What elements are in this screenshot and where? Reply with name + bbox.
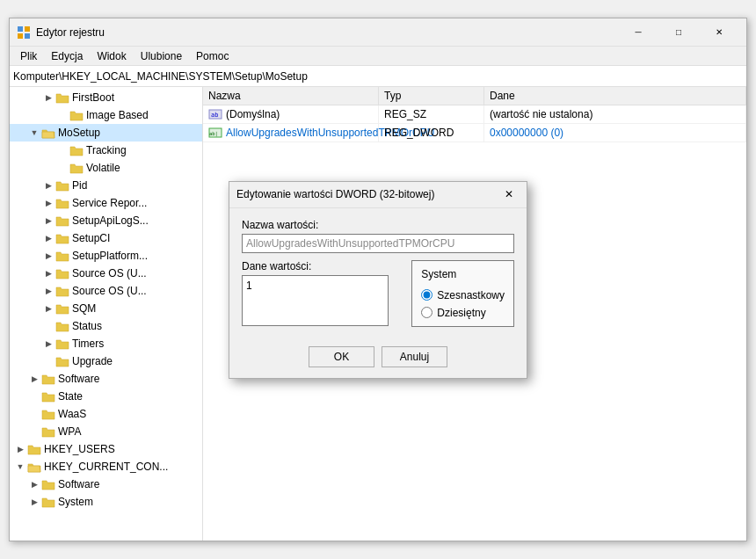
value-data-input[interactable]: 1 [242, 275, 389, 326]
system-label: System [421, 268, 505, 280]
dialog-title: Edytowanie wartości DWORD (32-bitowej) [236, 188, 498, 200]
radio-dec-text: Dziesiętny [437, 307, 485, 319]
edit-dword-dialog: Edytowanie wartości DWORD (32-bitowej) ✕… [229, 181, 527, 379]
system-section: System Szesnastkowy Dziesiętny [411, 260, 514, 327]
dialog-titlebar: Edytowanie wartości DWORD (32-bitowej) ✕ [229, 182, 527, 208]
value-name-label: Nazwa wartości: [242, 219, 514, 231]
radio-dec[interactable] [421, 307, 433, 318]
value-name-input[interactable] [242, 234, 514, 253]
radio-hex-text: Szesnastkowy [437, 289, 505, 301]
ok-button[interactable]: OK [309, 346, 374, 367]
value-data-section: Dane wartości: 1 System Szesnastkowy Dzi… [242, 260, 514, 329]
data-input-section: Dane wartości: 1 [242, 260, 404, 329]
main-window: Edytor rejestru ─ □ ✕ Plik Edycja Widok … [9, 18, 747, 541]
radio-dec-label[interactable]: Dziesiętny [421, 307, 505, 319]
dialog-close-button[interactable]: ✕ [498, 184, 520, 205]
dialog-body: Nazwa wartości: Dane wartości: 1 System … [229, 208, 527, 339]
radio-hex[interactable] [421, 289, 433, 301]
radio-hex-label[interactable]: Szesnastkowy [421, 289, 505, 301]
value-name-section: Nazwa wartości: [242, 219, 514, 253]
value-data-label: Dane wartości: [242, 260, 404, 272]
cancel-button[interactable]: Anuluj [382, 346, 447, 367]
dialog-overlay: Edytowanie wartości DWORD (32-bitowej) ✕… [10, 18, 746, 541]
dialog-buttons: OK Anuluj [229, 339, 527, 378]
